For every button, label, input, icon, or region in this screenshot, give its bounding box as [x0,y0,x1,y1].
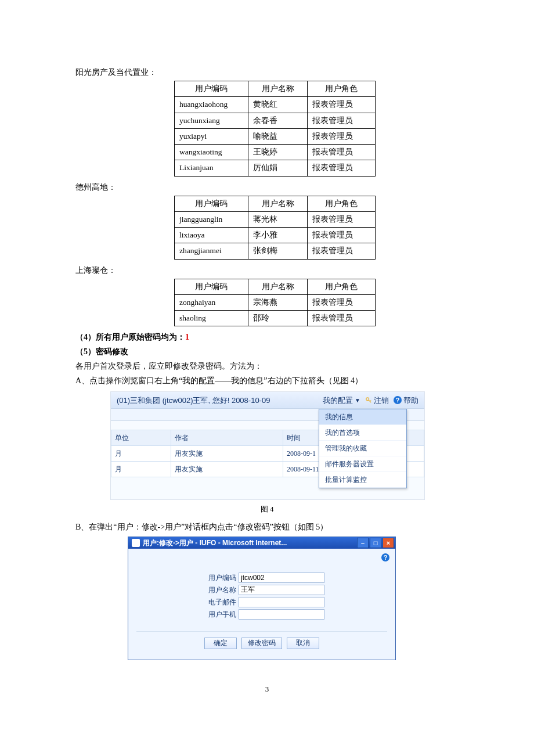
help-icon[interactable]: ? [381,553,389,561]
table-cell: yuxiapyi [175,128,248,144]
col-header: 用户编码 [175,81,248,97]
chevron-down-icon: ▼ [355,396,360,405]
para-a: A、点击操作浏览窗口右上角“我的配置——我的信息”右边的下拉箭头（见图 4） [75,375,459,387]
figure-4-caption: 图 4 [75,503,459,515]
table-cell: 黄晓红 [248,97,308,113]
maximize-button[interactable]: □ [370,538,381,548]
cancel-button[interactable]: 取消 [287,638,319,649]
ok-button[interactable]: 确定 [204,638,237,649]
window-icon [132,539,140,547]
col-header: 用户角色 [308,279,376,294]
table-cell: 报表管理员 [308,128,376,144]
note4-value: 1 [185,333,189,341]
user-table: 用户编码用户名称用户角色zonghaiyan宗海燕报表管理员shaoling邵玲… [174,279,376,327]
dd-my-favorites[interactable]: 管理我的收藏 [319,441,406,456]
dd-my-prefs[interactable]: 我的首选项 [319,425,406,441]
table-cell: 王晓婷 [248,145,308,160]
table-cell: yuchunxiang [175,113,248,128]
table-cell: jiangguanglin [175,211,248,227]
user-name-label: 用户名称 [199,585,236,595]
table-row: lixiaoya李小雅报表管理员 [175,228,376,243]
phone-field[interactable] [239,609,324,620]
table-row: jiangguanglin蒋光林报表管理员 [175,211,376,227]
col-header: 用户编码 [175,279,248,294]
user-code-label: 用户编码 [199,573,236,583]
col-header: 用户名称 [248,81,308,97]
my-config-label: 我的配置 [323,395,353,406]
note-4: （4）所有用户原始密码均为：1 [75,331,459,343]
fig4-header: (01)三和集团 (jtcw002)王军, 您好! 2008-10-09 我的配… [111,392,424,409]
fig4-col-author: 作者 [171,430,283,446]
table-cell: 报表管理员 [308,228,376,243]
col-header: 用户名称 [248,279,308,294]
section-label: 阳光房产及当代置业： [75,66,459,78]
my-config-menu[interactable]: 我的配置 ▼ [323,395,360,406]
table-cell: zhangjianmei [175,243,248,259]
table-row: yuchunxiang余春香报表管理员 [175,113,376,128]
figure-4: (01)三和集团 (jtcw002)王军, 您好! 2008-10-09 我的配… [110,391,425,500]
logout-link[interactable]: 注销 [365,395,389,406]
table-row: shaoling邵玲报表管理员 [175,311,376,326]
svg-point-0 [366,398,369,401]
email-field[interactable] [239,597,324,607]
help-label: 帮助 [403,395,418,406]
figure-5: 用户:修改->用户 - IUFO - Microsoft Internet...… [128,537,396,660]
table-cell: 报表管理员 [308,243,376,259]
minimize-button[interactable]: – [357,538,369,548]
email-label: 电子邮件 [199,597,236,607]
dd-my-info[interactable]: 我的信息 [319,409,406,425]
table-cell: 报表管理员 [308,97,376,113]
table-cell: zonghaiyan [175,294,248,310]
help-icon: ? [394,396,402,404]
table-cell: 余春香 [248,113,308,128]
user-name-field[interactable] [239,585,324,595]
table-row: huangxiaohong黄晓红报表管理员 [175,97,376,113]
table-cell: shaoling [175,311,248,326]
fig4-col-unit: 单位 [111,430,171,446]
user-table: 用户编码用户名称用户角色jiangguanglin蒋光林报表管理员lixiaoy… [174,196,376,260]
table-cell: 报表管理员 [308,145,376,160]
change-password-button[interactable]: 修改密码 [241,638,282,649]
para-a-intro: 各用户首次登录后，应立即修改登录密码。方法为： [75,360,459,372]
table-row: zhangjianmei张剑梅报表管理员 [175,243,376,259]
table-row: zonghaiyan宗海燕报表管理员 [175,294,376,310]
key-icon [365,397,372,404]
col-header: 用户名称 [248,196,308,211]
dd-batch-monitor[interactable]: 批量计算监控 [319,472,406,488]
table-cell: 报表管理员 [308,311,376,326]
table-cell: 报表管理员 [308,160,376,176]
section-label: 德州高地： [75,181,459,193]
para-b: B、在弹出“用户：修改->用户”对话框内点击“修改密码”按钮（如图 5） [75,521,459,533]
table-row: wangxiaoting王晓婷报表管理员 [175,145,376,160]
close-button[interactable]: × [383,538,394,548]
table-cell: 报表管理员 [308,211,376,227]
logout-label: 注销 [374,395,389,406]
note-5: （5）密码修改 [75,345,459,358]
user-code-field[interactable] [239,573,324,583]
dialog-title: 用户:修改->用户 - IUFO - Microsoft Internet... [143,538,287,548]
col-header: 用户角色 [308,196,376,211]
table-cell: 李小雅 [248,228,308,243]
table-cell: 邵玲 [248,311,308,326]
table-cell: 报表管理员 [308,113,376,128]
welcome-text: (01)三和集团 (jtcw002)王军, 您好! 2008-10-09 [111,395,323,406]
table-cell: 张剑梅 [248,243,308,259]
user-table: 用户编码用户名称用户角色huangxiaohong黄晓红报表管理员yuchunx… [174,81,376,177]
table-cell: 宗海燕 [248,294,308,310]
dd-mail-settings[interactable]: 邮件服务器设置 [319,456,406,472]
help-link[interactable]: ? 帮助 [394,395,418,406]
my-config-dropdown: 我的信息 我的首选项 管理我的收藏 邮件服务器设置 批量计算监控 [319,409,407,488]
table-cell: 蒋光林 [248,211,308,227]
col-header: 用户角色 [308,81,376,97]
table-cell: 报表管理员 [308,294,376,310]
note4-prefix: （4）所有用户原始密码均为： [75,333,185,341]
dialog-titlebar: 用户:修改->用户 - IUFO - Microsoft Internet...… [128,537,395,549]
table-cell: huangxiaohong [175,97,248,113]
col-header: 用户编码 [175,196,248,211]
table-row: yuxiapyi喻晓益报表管理员 [175,128,376,144]
table-cell: lixiaoya [175,228,248,243]
table-cell: 厉仙娟 [248,160,308,176]
table-row: Lixianjuan厉仙娟报表管理员 [175,160,376,176]
table-cell: 喻晓益 [248,128,308,144]
page-number: 3 [75,683,459,695]
